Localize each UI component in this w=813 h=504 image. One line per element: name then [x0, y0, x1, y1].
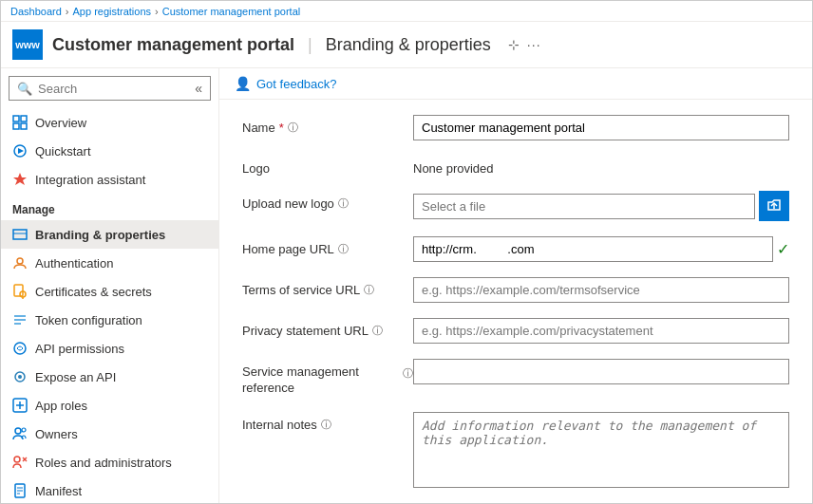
- roles-icon: [12, 455, 28, 470]
- svg-point-8: [17, 258, 23, 264]
- label-terms: Terms of service URL ⓘ: [242, 277, 413, 297]
- homeurl-input[interactable]: [413, 236, 773, 262]
- info-icon-privacy[interactable]: ⓘ: [372, 324, 383, 338]
- terms-input[interactable]: [413, 277, 789, 303]
- feedback-bar[interactable]: 👤 Got feedback?: [219, 68, 812, 100]
- info-icon-notes[interactable]: ⓘ: [321, 418, 331, 432]
- approles-icon: [12, 398, 28, 413]
- form-row-notes: Internal notes ⓘ: [242, 412, 789, 491]
- integration-icon: [12, 172, 28, 187]
- label-homeurl: Home page URL ⓘ: [242, 236, 413, 256]
- sidebar-label-owners: Owners: [35, 427, 78, 441]
- label-upload: Upload new logo ⓘ: [242, 191, 413, 211]
- svg-rect-1: [21, 116, 27, 121]
- sidebar-label-certs: Certificates & secrets: [35, 285, 152, 299]
- sidebar-item-authentication[interactable]: Authentication: [1, 249, 218, 277]
- sidebar-item-api[interactable]: API permissions: [1, 334, 218, 363]
- name-input[interactable]: [413, 115, 789, 140]
- sidebar-item-quickstart[interactable]: Quickstart: [1, 137, 218, 165]
- search-box[interactable]: 🔍 «: [9, 76, 211, 101]
- control-privacy: [413, 318, 789, 344]
- manage-section-label: Manage: [1, 194, 218, 220]
- info-icon-upload[interactable]: ⓘ: [338, 196, 349, 211]
- info-icon-serviceref[interactable]: ⓘ: [403, 366, 413, 381]
- check-icon: ✓: [777, 240, 789, 258]
- breadcrumb-app-registrations[interactable]: App registrations: [73, 6, 152, 17]
- upload-browse-button[interactable]: [759, 191, 789, 221]
- breadcrumb: Dashboard › App registrations › Customer…: [1, 1, 812, 22]
- control-terms: [413, 277, 789, 303]
- sidebar-item-manifest[interactable]: Manifest: [1, 476, 218, 503]
- page-header: www Customer management portal | Brandin…: [1, 22, 812, 68]
- sidebar-item-token[interactable]: Token configuration: [1, 306, 218, 334]
- form-row-homeurl: Home page URL ⓘ ✓: [242, 236, 789, 262]
- info-icon-terms[interactable]: ⓘ: [364, 283, 374, 297]
- form-row-terms: Terms of service URL ⓘ: [242, 277, 789, 303]
- sidebar-label-branding: Branding & properties: [35, 228, 165, 242]
- sidebar-item-certificates[interactable]: Certificates & secrets: [1, 277, 218, 306]
- feedback-icon: 👤: [235, 76, 251, 91]
- sidebar-label-integration: Integration assistant: [35, 173, 145, 187]
- sidebar-item-approles[interactable]: App roles: [1, 391, 218, 420]
- sidebar-item-roles[interactable]: Roles and administrators: [1, 448, 218, 476]
- form-area: Name * ⓘ Logo None provided: [219, 100, 812, 503]
- serviceref-input[interactable]: [413, 359, 789, 384]
- breadcrumb-current: Customer management portal: [162, 6, 301, 17]
- svg-point-23: [14, 457, 20, 462]
- control-serviceref: [413, 359, 789, 384]
- cert-icon: [12, 284, 28, 299]
- control-name: [413, 115, 789, 140]
- sidebar-label-roles: Roles and administrators: [35, 456, 172, 470]
- feedback-text[interactable]: Got feedback?: [256, 77, 337, 91]
- svg-marker-5: [18, 148, 24, 154]
- breadcrumb-dashboard[interactable]: Dashboard: [10, 6, 62, 17]
- app-icon: www: [12, 29, 43, 60]
- svg-point-17: [18, 375, 22, 379]
- svg-rect-6: [13, 230, 27, 239]
- sidebar-item-expose[interactable]: Expose an API: [1, 363, 218, 391]
- search-input[interactable]: [38, 82, 189, 96]
- privacy-input[interactable]: [413, 318, 789, 344]
- sidebar-item-branding[interactable]: Branding & properties: [1, 220, 218, 249]
- collapse-icon[interactable]: «: [195, 81, 202, 96]
- sidebar-label-auth: Authentication: [35, 256, 113, 271]
- form-row-name: Name * ⓘ: [242, 115, 789, 140]
- control-homeurl: ✓: [413, 236, 789, 262]
- token-icon: [12, 312, 28, 327]
- label-logo: Logo: [242, 156, 413, 176]
- label-serviceref: Service management reference ⓘ: [242, 359, 413, 397]
- sidebar: 🔍 « Overview Quickstart In: [1, 68, 219, 503]
- sidebar-label-token: Token configuration: [35, 313, 142, 327]
- form-row-serviceref: Service management reference ⓘ: [242, 359, 789, 397]
- sidebar-item-owners[interactable]: Owners: [1, 420, 218, 448]
- page-title: Customer management portal: [52, 35, 294, 55]
- sidebar-label-approles: App roles: [35, 399, 87, 413]
- info-icon-name[interactable]: ⓘ: [288, 121, 298, 135]
- sidebar-item-overview[interactable]: Overview: [1, 108, 218, 137]
- svg-point-21: [15, 428, 21, 434]
- svg-rect-9: [14, 285, 23, 296]
- form-row-upload: Upload new logo ⓘ: [242, 191, 789, 221]
- sidebar-label-overview: Overview: [35, 116, 86, 130]
- label-privacy: Privacy statement URL ⓘ: [242, 318, 413, 338]
- control-logo: None provided: [413, 156, 789, 176]
- svg-rect-2: [13, 123, 19, 129]
- label-name: Name * ⓘ: [242, 115, 413, 135]
- svg-rect-3: [21, 123, 27, 129]
- overview-icon: [12, 115, 28, 130]
- content-area: 👤 Got feedback? Name * ⓘ: [219, 68, 812, 503]
- sidebar-item-integration[interactable]: Integration assistant: [1, 165, 218, 194]
- sidebar-label-api: API permissions: [35, 342, 124, 356]
- page-subtitle: Branding & properties: [326, 35, 491, 55]
- more-icon[interactable]: ···: [527, 37, 541, 52]
- upload-input[interactable]: [413, 194, 755, 219]
- svg-point-22: [22, 428, 26, 432]
- sidebar-label-manifest: Manifest: [35, 484, 82, 498]
- info-icon-homeurl[interactable]: ⓘ: [338, 242, 349, 256]
- logo-value: None provided: [413, 156, 789, 176]
- notes-textarea[interactable]: [413, 412, 789, 488]
- owners-icon: [12, 426, 28, 441]
- api-icon: [12, 341, 28, 356]
- svg-rect-0: [13, 116, 19, 121]
- pin-icon[interactable]: ⊹: [508, 37, 520, 52]
